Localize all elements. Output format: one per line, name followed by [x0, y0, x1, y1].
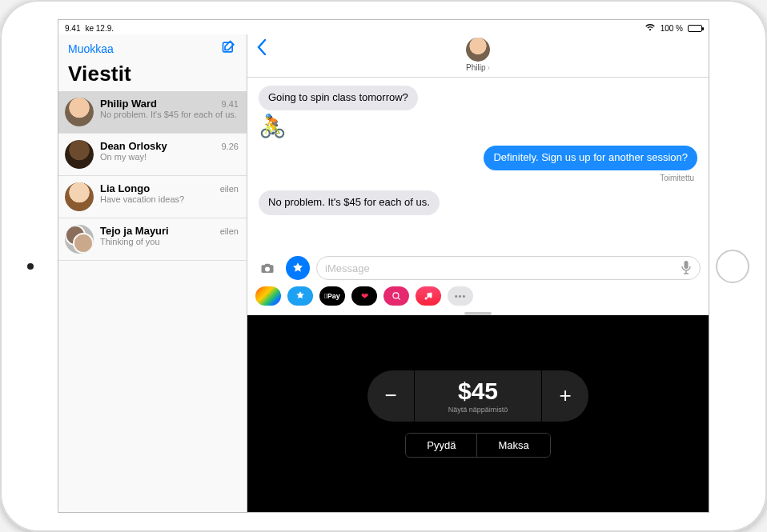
svg-rect-1 [685, 261, 689, 269]
avatar [65, 140, 94, 169]
avatar [466, 38, 490, 62]
svg-point-2 [393, 293, 399, 298]
back-button[interactable] [255, 39, 268, 58]
message-out: Definitely. Sign us up for another sessi… [484, 146, 697, 170]
conversation-name: Dean Orlosky [100, 140, 167, 152]
conversation-time: 9.41 [222, 99, 239, 109]
amount-display[interactable]: $45 Näytä näppäimistö [414, 370, 542, 422]
camera-button[interactable] [255, 256, 279, 280]
compose-row: iMessage [247, 253, 709, 283]
conversation-time: eilen [220, 184, 239, 194]
app-strip: Pay ❤ ••• [247, 283, 709, 310]
contact-header[interactable]: Philip› [466, 38, 490, 72]
conversation-item[interactable]: Dean Orlosky9.26 On my way! [58, 134, 247, 176]
apps-button[interactable] [286, 256, 310, 280]
conversation-time: 9.26 [222, 142, 239, 151]
battery-icon [688, 25, 702, 32]
message-in: Going to spin class tomorrow? [259, 86, 418, 110]
request-pay-group: Pyydä Maksa [405, 433, 550, 458]
conversation-item[interactable]: Philip Ward9.41 No problem. It's $45 for… [58, 91, 247, 134]
message-list[interactable]: Going to spin class tomorrow? 🚴 Definite… [247, 78, 709, 253]
input-placeholder: iMessage [325, 262, 370, 274]
sidebar-title: Viestit [58, 62, 247, 91]
conversation-sidebar: Muokkaa Viestit Philip Ward9.41 No probl… [58, 34, 247, 512]
battery-percent: 100 % [661, 24, 683, 33]
conversation-preview: No problem. It's $45 for each of us. [100, 110, 239, 121]
music-app-icon[interactable] [416, 286, 441, 306]
request-button[interactable]: Pyydä [406, 434, 477, 457]
mic-icon[interactable] [681, 260, 692, 277]
avatar [65, 182, 94, 211]
conversation-preview: On my way! [100, 152, 239, 163]
message-emoji: 🚴 [259, 115, 287, 138]
home-button[interactable] [716, 250, 749, 283]
images-app-icon[interactable] [384, 286, 409, 306]
conversation-name: Tejo ja Mayuri [100, 225, 169, 237]
increase-button[interactable]: + [542, 370, 588, 422]
conversation-preview: Thinking of you [100, 237, 239, 248]
message-input[interactable]: iMessage [316, 256, 701, 280]
status-date: ke 12.9. [85, 24, 114, 33]
amount-value: $45 [458, 378, 498, 405]
conversation-name: Philip Ward [100, 98, 157, 110]
conversation-item[interactable]: Lia Longoeilen Have vacation ideas? [58, 176, 247, 218]
status-time: 9.41 [65, 24, 80, 33]
conversation-time: eilen [220, 226, 239, 236]
show-keyboard-label: Näytä näppäimistö [448, 406, 508, 414]
more-apps-icon[interactable]: ••• [448, 286, 473, 306]
apple-pay-app-icon[interactable]: Pay [319, 286, 345, 306]
screen: 9.41 ke 12.9. 100 % Muokkaa [58, 19, 709, 513]
conversation-name: Lia Longo [100, 182, 150, 194]
photos-app-icon[interactable] [255, 286, 281, 306]
decrease-button[interactable]: − [367, 370, 414, 422]
apple-cash-panel: − $45 Näytä näppäimistö + Pyydä Maksa [247, 315, 709, 512]
conversation-item[interactable]: Tejo ja Mayurieilen Thinking of you [58, 218, 247, 261]
edit-button[interactable]: Muokkaa [68, 42, 114, 55]
conversation-list: Philip Ward9.41 No problem. It's $45 for… [58, 91, 247, 512]
ipad-frame: 9.41 ke 12.9. 100 % Muokkaa [0, 0, 767, 532]
front-camera [27, 263, 34, 270]
contact-name: Philip [466, 63, 485, 72]
message-in: No problem. It's $45 for each of us. [259, 190, 440, 215]
delivery-status: Toimitettu [660, 174, 694, 182]
main-split: Muokkaa Viestit Philip Ward9.41 No probl… [58, 20, 709, 512]
conversation-preview: Have vacation ideas? [100, 194, 239, 206]
avatar [65, 98, 94, 126]
avatar-group [65, 225, 94, 254]
chat-header: Philip› [247, 34, 709, 78]
pay-button[interactable]: Maksa [477, 434, 549, 457]
amount-control: − $45 Näytä näppäimistö + [367, 370, 588, 422]
appstore-app-icon[interactable] [287, 286, 313, 306]
digital-touch-app-icon[interactable]: ❤ [351, 286, 377, 306]
chat-pane: Philip› Going to spin class tomorrow? 🚴 … [247, 34, 709, 512]
compose-button[interactable] [221, 39, 237, 58]
chevron-right-icon: › [488, 63, 490, 72]
wifi-icon [645, 23, 656, 33]
status-bar: 9.41 ke 12.9. 100 % [58, 22, 709, 34]
